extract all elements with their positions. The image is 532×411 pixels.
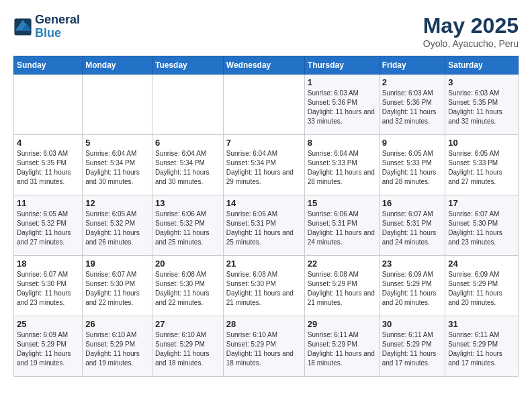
day-cell: 15Sunrise: 6:06 AM Sunset: 5:31 PM Dayli…: [304, 195, 379, 256]
day-cell: 20Sunrise: 6:08 AM Sunset: 5:30 PM Dayli…: [152, 256, 224, 316]
day-cell: 16Sunrise: 6:07 AM Sunset: 5:31 PM Dayli…: [379, 195, 445, 256]
day-info: Sunrise: 6:03 AM Sunset: 5:35 PM Dayligh…: [448, 89, 515, 126]
day-cell: 18Sunrise: 6:07 AM Sunset: 5:30 PM Dayli…: [14, 256, 83, 316]
day-cell: 19Sunrise: 6:07 AM Sunset: 5:30 PM Dayli…: [83, 256, 152, 316]
day-number: 3: [448, 77, 515, 87]
day-info: Sunrise: 6:10 AM Sunset: 5:29 PM Dayligh…: [155, 330, 220, 368]
day-number: 25: [17, 319, 79, 329]
day-info: Sunrise: 6:04 AM Sunset: 5:34 PM Dayligh…: [85, 149, 149, 187]
logo: General Blue: [13, 13, 80, 40]
col-header-monday: Monday: [83, 56, 152, 75]
day-number: 28: [226, 319, 302, 329]
day-info: Sunrise: 6:03 AM Sunset: 5:36 PM Dayligh…: [308, 89, 376, 126]
day-number: 9: [382, 138, 443, 148]
day-cell: 30Sunrise: 6:11 AM Sunset: 5:29 PM Dayli…: [379, 316, 445, 377]
calendar-title: May 2025: [423, 13, 519, 38]
day-cell: 3Sunrise: 6:03 AM Sunset: 5:35 PM Daylig…: [445, 75, 519, 135]
day-number: 10: [448, 138, 515, 148]
day-cell: 5Sunrise: 6:04 AM Sunset: 5:34 PM Daylig…: [83, 135, 152, 195]
day-info: Sunrise: 6:07 AM Sunset: 5:30 PM Dayligh…: [448, 210, 515, 247]
logo-text: General Blue: [35, 13, 80, 40]
day-info: Sunrise: 6:05 AM Sunset: 5:32 PM Dayligh…: [17, 210, 79, 247]
day-number: 7: [226, 138, 302, 148]
day-cell: 9Sunrise: 6:05 AM Sunset: 5:33 PM Daylig…: [379, 135, 445, 195]
day-cell: 14Sunrise: 6:06 AM Sunset: 5:31 PM Dayli…: [223, 195, 304, 256]
day-number: 8: [308, 138, 376, 148]
title-block: May 2025 Oyolo, Ayacucho, Peru: [423, 13, 519, 49]
calendar-subtitle: Oyolo, Ayacucho, Peru: [423, 38, 519, 49]
col-header-tuesday: Tuesday: [152, 56, 224, 75]
day-number: 4: [17, 138, 79, 148]
day-cell: 2Sunrise: 6:03 AM Sunset: 5:36 PM Daylig…: [379, 75, 445, 135]
logo-icon: [13, 17, 32, 36]
header-row: SundayMondayTuesdayWednesdayThursdayFrid…: [14, 56, 519, 75]
day-cell: 27Sunrise: 6:10 AM Sunset: 5:29 PM Dayli…: [152, 316, 224, 377]
day-cell: [152, 75, 224, 135]
day-number: 18: [17, 259, 79, 269]
day-cell: 11Sunrise: 6:05 AM Sunset: 5:32 PM Dayli…: [14, 195, 83, 256]
day-number: 14: [226, 198, 302, 208]
day-cell: 31Sunrise: 6:11 AM Sunset: 5:29 PM Dayli…: [445, 316, 519, 377]
day-info: Sunrise: 6:08 AM Sunset: 5:29 PM Dayligh…: [308, 270, 376, 308]
day-info: Sunrise: 6:08 AM Sunset: 5:30 PM Dayligh…: [155, 270, 220, 308]
day-number: 2: [382, 77, 443, 87]
day-info: Sunrise: 6:11 AM Sunset: 5:29 PM Dayligh…: [448, 330, 515, 368]
day-info: Sunrise: 6:05 AM Sunset: 5:33 PM Dayligh…: [448, 149, 515, 187]
day-cell: 26Sunrise: 6:10 AM Sunset: 5:29 PM Dayli…: [83, 316, 152, 377]
day-info: Sunrise: 6:04 AM Sunset: 5:33 PM Dayligh…: [308, 149, 376, 187]
day-info: Sunrise: 6:03 AM Sunset: 5:35 PM Dayligh…: [17, 149, 79, 187]
day-number: 23: [382, 259, 443, 269]
day-cell: 24Sunrise: 6:09 AM Sunset: 5:29 PM Dayli…: [445, 256, 519, 316]
day-number: 20: [155, 259, 220, 269]
day-number: 5: [85, 138, 149, 148]
day-info: Sunrise: 6:10 AM Sunset: 5:29 PM Dayligh…: [226, 330, 302, 368]
day-info: Sunrise: 6:09 AM Sunset: 5:29 PM Dayligh…: [17, 330, 79, 368]
day-info: Sunrise: 6:11 AM Sunset: 5:29 PM Dayligh…: [382, 330, 443, 368]
col-header-friday: Friday: [379, 56, 445, 75]
day-number: 13: [155, 198, 220, 208]
day-cell: 8Sunrise: 6:04 AM Sunset: 5:33 PM Daylig…: [304, 135, 379, 195]
week-row-1: 1Sunrise: 6:03 AM Sunset: 5:36 PM Daylig…: [14, 75, 519, 135]
day-cell: [223, 75, 304, 135]
day-info: Sunrise: 6:09 AM Sunset: 5:29 PM Dayligh…: [448, 270, 515, 308]
day-cell: 4Sunrise: 6:03 AM Sunset: 5:35 PM Daylig…: [14, 135, 83, 195]
day-info: Sunrise: 6:06 AM Sunset: 5:31 PM Dayligh…: [226, 210, 302, 247]
col-header-saturday: Saturday: [445, 56, 519, 75]
day-number: 17: [448, 198, 515, 208]
day-cell: [14, 75, 83, 135]
day-cell: 17Sunrise: 6:07 AM Sunset: 5:30 PM Dayli…: [445, 195, 519, 256]
day-number: 11: [17, 198, 79, 208]
col-header-wednesday: Wednesday: [223, 56, 304, 75]
day-number: 6: [155, 138, 220, 148]
day-info: Sunrise: 6:06 AM Sunset: 5:31 PM Dayligh…: [308, 210, 376, 247]
day-info: Sunrise: 6:05 AM Sunset: 5:32 PM Dayligh…: [85, 210, 149, 247]
day-cell: 10Sunrise: 6:05 AM Sunset: 5:33 PM Dayli…: [445, 135, 519, 195]
day-number: 26: [85, 319, 149, 329]
day-info: Sunrise: 6:07 AM Sunset: 5:30 PM Dayligh…: [17, 270, 79, 308]
col-header-sunday: Sunday: [14, 56, 83, 75]
week-row-2: 4Sunrise: 6:03 AM Sunset: 5:35 PM Daylig…: [14, 135, 519, 195]
day-number: 27: [155, 319, 220, 329]
day-info: Sunrise: 6:08 AM Sunset: 5:30 PM Dayligh…: [226, 270, 302, 308]
day-cell: 21Sunrise: 6:08 AM Sunset: 5:30 PM Dayli…: [223, 256, 304, 316]
day-cell: 6Sunrise: 6:04 AM Sunset: 5:34 PM Daylig…: [152, 135, 224, 195]
day-number: 16: [382, 198, 443, 208]
day-number: 12: [85, 198, 149, 208]
day-number: 31: [448, 319, 515, 329]
day-cell: 1Sunrise: 6:03 AM Sunset: 5:36 PM Daylig…: [304, 75, 379, 135]
day-cell: 28Sunrise: 6:10 AM Sunset: 5:29 PM Dayli…: [223, 316, 304, 377]
day-cell: 12Sunrise: 6:05 AM Sunset: 5:32 PM Dayli…: [83, 195, 152, 256]
day-number: 19: [85, 259, 149, 269]
day-cell: [83, 75, 152, 135]
day-number: 22: [308, 259, 376, 269]
day-number: 30: [382, 319, 443, 329]
day-cell: 7Sunrise: 6:04 AM Sunset: 5:34 PM Daylig…: [223, 135, 304, 195]
day-info: Sunrise: 6:04 AM Sunset: 5:34 PM Dayligh…: [226, 149, 302, 187]
day-info: Sunrise: 6:07 AM Sunset: 5:30 PM Dayligh…: [85, 270, 149, 308]
page-header: General Blue May 2025 Oyolo, Ayacucho, P…: [13, 13, 519, 49]
week-row-4: 18Sunrise: 6:07 AM Sunset: 5:30 PM Dayli…: [14, 256, 519, 316]
col-header-thursday: Thursday: [304, 56, 379, 75]
day-info: Sunrise: 6:05 AM Sunset: 5:33 PM Dayligh…: [382, 149, 443, 187]
day-cell: 13Sunrise: 6:06 AM Sunset: 5:32 PM Dayli…: [152, 195, 224, 256]
day-info: Sunrise: 6:03 AM Sunset: 5:36 PM Dayligh…: [382, 89, 443, 126]
